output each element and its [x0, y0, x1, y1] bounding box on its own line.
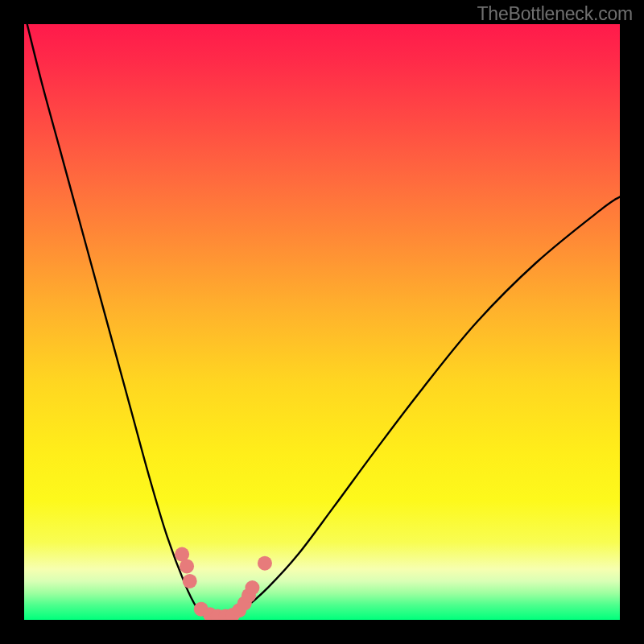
chart-marker [258, 556, 272, 571]
chart-line-left-curve [27, 24, 215, 620]
chart-marker [245, 580, 259, 595]
chart-svg [24, 24, 620, 620]
watermark-label: TheBottleneck.com [477, 3, 633, 25]
plot-area [24, 24, 620, 620]
chart-marker [183, 574, 197, 588]
chart-line-right-curve [215, 197, 620, 620]
chart-frame: TheBottleneck.com [0, 0, 644, 644]
chart-marker [180, 559, 194, 573]
